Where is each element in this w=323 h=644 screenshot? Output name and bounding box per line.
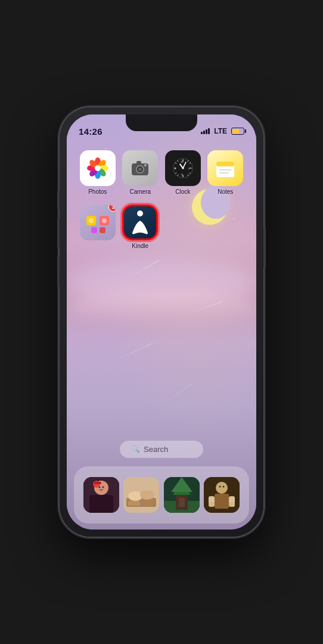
svg-rect-57 (128, 501, 140, 506)
app-item-clock[interactable]: 12 3 6 9 Clock (164, 150, 202, 195)
svg-rect-67 (215, 494, 229, 509)
svg-rect-43 (91, 227, 97, 233)
svg-point-66 (216, 482, 228, 494)
mute-button[interactable] (57, 191, 60, 210)
volume-down-button[interactable] (57, 256, 60, 287)
svg-point-74 (219, 486, 221, 488)
svg-point-51 (98, 487, 100, 488)
svg-rect-44 (100, 227, 105, 233)
clock-svg: 12 3 6 9 (172, 157, 194, 179)
volume-up-button[interactable] (57, 218, 60, 249)
notch (126, 114, 197, 131)
notes-svg (214, 157, 237, 179)
power-button[interactable] (263, 227, 266, 268)
svg-point-52 (102, 487, 104, 488)
clock-icon: 12 3 6 9 (165, 150, 201, 186)
signal-bar-3 (206, 129, 207, 134)
status-right-icons: LTE (201, 127, 244, 135)
svg-point-14 (144, 164, 147, 166)
dock-item-1[interactable] (83, 477, 119, 513)
search-icon: 🔍 (132, 445, 140, 453)
dock-thumb-3 (164, 477, 200, 513)
svg-rect-36 (216, 162, 234, 166)
battery-icon (231, 128, 244, 135)
svg-point-41 (89, 218, 94, 223)
svg-rect-13 (136, 161, 141, 164)
photos-svg (86, 156, 110, 180)
status-time: 14:26 (79, 126, 103, 137)
camera-label: Camera (129, 188, 151, 195)
kindle-svg (124, 206, 156, 239)
svg-point-42 (102, 218, 107, 223)
app-item-kindle[interactable]: Kindle (122, 205, 160, 249)
svg-point-45 (137, 210, 143, 216)
app-item-photos[interactable]: Photos (79, 150, 117, 195)
photos-icon (80, 150, 116, 186)
svg-point-34 (182, 167, 184, 169)
camera-svg (129, 157, 151, 179)
folder-svg (83, 208, 113, 237)
dock-item-3[interactable] (164, 477, 200, 513)
lte-label: LTE (214, 127, 227, 135)
search-bar[interactable]: 🔍 Search (120, 441, 203, 458)
svg-point-56 (140, 490, 154, 500)
app-item-notes[interactable]: Notes (207, 150, 245, 195)
signal-bar-2 (203, 131, 205, 134)
folder-icon: 1 (80, 205, 116, 240)
svg-rect-64 (179, 498, 185, 507)
signal-bars (201, 128, 210, 134)
kindle-label: Kindle (132, 243, 148, 249)
svg-text:12: 12 (181, 160, 184, 163)
svg-point-75 (223, 486, 225, 488)
photos-label: Photos (88, 188, 107, 195)
battery-fill (232, 129, 239, 134)
kindle-icon (122, 205, 158, 240)
dock-thumb-4 (204, 477, 240, 513)
svg-rect-68 (209, 496, 215, 507)
dock-thumb-1 (83, 477, 119, 513)
dock (74, 466, 249, 524)
app-item-camera[interactable]: Camera (122, 150, 160, 195)
signal-bar-1 (201, 132, 203, 134)
svg-rect-48 (89, 495, 113, 513)
clock-label: Clock (175, 188, 190, 195)
svg-rect-50 (94, 482, 101, 484)
svg-rect-58 (142, 500, 154, 506)
search-text: Search (144, 445, 168, 454)
notes-icon (207, 150, 243, 186)
signal-bar-4 (208, 128, 210, 134)
app-item-folder[interactable]: 1 (79, 205, 117, 249)
camera-icon (122, 150, 158, 186)
svg-point-8 (95, 165, 101, 171)
phone-screen: 14:26 LTE (67, 114, 256, 530)
svg-point-12 (138, 168, 142, 171)
app-grid: Photos Camera (67, 150, 256, 249)
svg-rect-69 (229, 496, 235, 507)
dock-item-2[interactable] (123, 477, 159, 513)
phone-frame: 14:26 LTE (60, 107, 263, 537)
dock-item-4[interactable] (204, 477, 240, 513)
notes-label: Notes (218, 188, 233, 195)
dock-thumb-2 (123, 477, 159, 513)
